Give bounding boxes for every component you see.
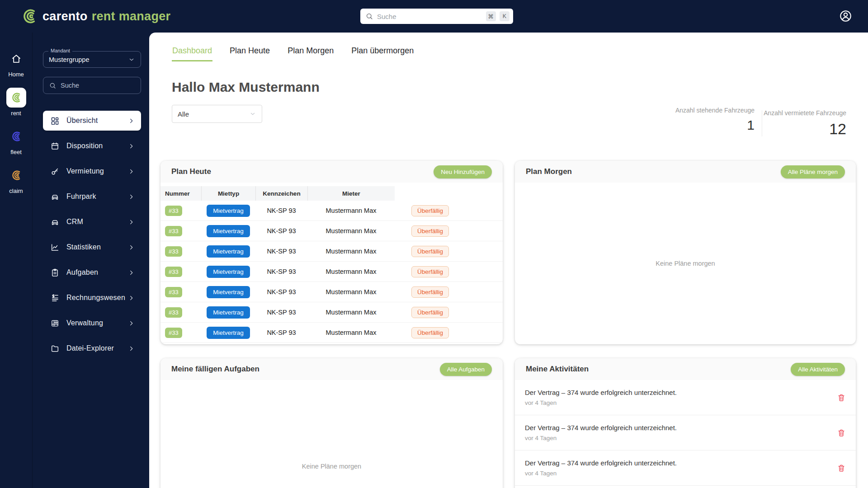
chevron-right-icon bbox=[128, 244, 135, 251]
table-body: #33 Mietvertrag NK-SP 93 Mustermann Max … bbox=[160, 201, 503, 343]
status-badge: Überfällig bbox=[411, 327, 449, 338]
card-title: Meine Aktivitäten bbox=[526, 365, 589, 374]
stat-value: 12 bbox=[764, 120, 846, 138]
account-button[interactable] bbox=[839, 9, 852, 23]
tab-plan-morgen[interactable]: Plan Morgen bbox=[287, 46, 334, 61]
kbd-command-badge: ⌘ bbox=[486, 11, 496, 21]
tab-dashboard[interactable]: Dashboard bbox=[172, 46, 212, 61]
row-number-chip: #33 bbox=[165, 287, 182, 297]
activities-list: Der Vertrag – 374 wurde erfolgreich unte… bbox=[515, 380, 856, 486]
table-row[interactable]: #33 Mietvertrag NK-SP 93 Mustermann Max … bbox=[160, 282, 503, 302]
kennzeichen-value: NK-SP 93 bbox=[267, 288, 296, 296]
tab-plan-übermorgen[interactable]: Plan übermorgen bbox=[351, 46, 414, 61]
alle-plaene-morgen-button[interactable]: Alle Pläne morgen bbox=[781, 165, 845, 178]
rail-item-fleet[interactable]: fleet bbox=[6, 127, 26, 155]
table-row[interactable]: #33 Mietvertrag NK-SP 93 Mustermann Max … bbox=[160, 241, 503, 262]
rail-item-home[interactable]: Home bbox=[6, 49, 26, 78]
mandant-label: Mandant bbox=[48, 48, 72, 53]
menu-item-label: Statistiken bbox=[66, 243, 128, 251]
search-icon bbox=[49, 82, 57, 89]
status-badge: Überfällig bbox=[411, 307, 449, 318]
kennzeichen-value: NK-SP 93 bbox=[267, 227, 296, 235]
status-badge: Überfällig bbox=[411, 286, 449, 298]
status-badge: Überfällig bbox=[411, 225, 449, 237]
chevron-right-icon bbox=[128, 320, 135, 327]
activity-item: Der Vertrag – 374 wurde erfolgreich unte… bbox=[515, 450, 856, 486]
sidebar-search-input[interactable] bbox=[61, 82, 135, 89]
sidebar-item-verwaltung[interactable]: Verwaltung bbox=[43, 313, 141, 333]
menu-item-icon bbox=[50, 167, 60, 176]
row-number-chip: #33 bbox=[165, 267, 182, 277]
alle-aufgaben-button[interactable]: Alle Aufgaben bbox=[440, 363, 492, 376]
global-search-input[interactable] bbox=[377, 13, 482, 20]
app-logo[interactable]: carentorent manager bbox=[21, 8, 170, 25]
table-row[interactable]: #33 Mietvertrag NK-SP 93 Mustermann Max … bbox=[160, 323, 503, 343]
chevron-right-icon bbox=[128, 117, 135, 124]
kennzeichen-value: NK-SP 93 bbox=[267, 309, 296, 316]
aktivitaeten-card: Meine Aktivitäten Alle Aktivitäten Der V… bbox=[515, 358, 856, 488]
menu-item-label: CRM bbox=[66, 218, 128, 226]
mieter-value: Mustermann Max bbox=[326, 227, 376, 235]
delete-activity-button[interactable] bbox=[837, 428, 846, 437]
rail-item-rent[interactable]: rent bbox=[6, 88, 26, 117]
rail-item-label: Home bbox=[8, 71, 24, 78]
col-header-mieter: Mieter bbox=[307, 186, 395, 201]
logo-product: rent manager bbox=[92, 9, 171, 23]
global-search[interactable]: ⌘ K bbox=[360, 9, 513, 24]
rail-item-label: fleet bbox=[10, 149, 22, 155]
sidebar-item-vermietung[interactable]: Vermietung bbox=[43, 161, 141, 181]
chevron-right-icon bbox=[128, 295, 135, 301]
row-number-chip: #33 bbox=[165, 226, 182, 236]
carento-c-icon bbox=[21, 8, 38, 25]
mandant-select[interactable]: Mandant Mustergruppe bbox=[43, 51, 141, 68]
table-row[interactable]: #33 Mietvertrag NK-SP 93 Mustermann Max … bbox=[160, 221, 503, 241]
table-header-row: Nummer Miettyp Kennzeichen Mieter bbox=[160, 186, 503, 201]
activity-item: Der Vertrag – 374 wurde erfolgreich unte… bbox=[515, 380, 856, 415]
sidebar-item-rechnungswesen[interactable]: Rechnungswesen bbox=[43, 288, 141, 308]
plan-heute-card: Plan Heute Neu Hinzufügen Nummer Miettyp… bbox=[160, 161, 503, 344]
menu-item-icon bbox=[50, 243, 60, 252]
plan-heute-table: Nummer Miettyp Kennzeichen Mieter #33 Mi… bbox=[160, 186, 503, 343]
delete-activity-button[interactable] bbox=[837, 393, 846, 402]
logo-brand: carento bbox=[42, 9, 88, 23]
chevron-right-icon bbox=[128, 219, 135, 225]
delete-activity-button[interactable] bbox=[837, 464, 846, 473]
filter-select[interactable]: Alle bbox=[172, 105, 262, 123]
sidebar-search[interactable] bbox=[43, 77, 141, 94]
kennzeichen-value: NK-SP 93 bbox=[267, 248, 296, 255]
chevron-right-icon bbox=[128, 168, 135, 175]
rail-app-icon bbox=[10, 131, 22, 142]
table-row[interactable]: #33 Mietvertrag NK-SP 93 Mustermann Max … bbox=[160, 201, 503, 221]
chevron-down-icon bbox=[128, 56, 135, 63]
stat-stehende-fahrzeuge: Anzahl stehende Fahrzeuge 1 bbox=[675, 107, 755, 133]
sidebar-item-crm[interactable]: CRM bbox=[43, 212, 141, 232]
rail-item-claim[interactable]: claim bbox=[6, 165, 26, 194]
table-row[interactable]: #33 Mietvertrag NK-SP 93 Mustermann Max … bbox=[160, 302, 503, 323]
sidebar-item-datei-explorer[interactable]: Datei-Explorer bbox=[43, 338, 141, 358]
main-content: DashboardPlan HeutePlan MorgenPlan überm… bbox=[149, 33, 868, 488]
sidebar-item-statistiken[interactable]: Statistiken bbox=[43, 237, 141, 257]
sidebar-item-fuhrpark[interactable]: Fuhrpark bbox=[43, 187, 141, 206]
sidebar-item-disposition[interactable]: Disposition bbox=[43, 136, 141, 156]
menu-item-label: Verwaltung bbox=[66, 319, 128, 327]
chevron-right-icon bbox=[128, 345, 135, 352]
chevron-right-icon bbox=[128, 269, 135, 276]
col-header-miettyp: Miettyp bbox=[201, 186, 255, 201]
activity-timestamp: vor 4 Tagen bbox=[525, 435, 837, 441]
tab-plan-heute[interactable]: Plan Heute bbox=[229, 46, 270, 61]
menu-item-label: Aufgaben bbox=[66, 268, 128, 277]
stat-label: Anzahl vermietete Fahrzeuge bbox=[764, 109, 846, 117]
kennzeichen-value: NK-SP 93 bbox=[267, 207, 296, 214]
neu-hinzufuegen-button[interactable]: Neu Hinzufügen bbox=[434, 165, 492, 178]
miettyp-chip: Mietvertrag bbox=[207, 205, 250, 217]
logo-text: carentorent manager bbox=[42, 9, 170, 23]
sidebar-menu: Übersicht Disposition Vermietung Fuhrpar… bbox=[43, 111, 141, 358]
row-number-chip: #33 bbox=[165, 246, 182, 257]
card-title: Meine fälligen Aufgaben bbox=[171, 365, 259, 374]
table-row[interactable]: #33 Mietvertrag NK-SP 93 Mustermann Max … bbox=[160, 262, 503, 282]
sidebar-item-übersicht[interactable]: Übersicht bbox=[43, 111, 141, 131]
trash-icon bbox=[837, 464, 846, 473]
alle-aktivitaeten-button[interactable]: Alle Aktivitäten bbox=[791, 363, 845, 376]
menu-item-icon bbox=[50, 268, 60, 277]
sidebar-item-aufgaben[interactable]: Aufgaben bbox=[43, 263, 141, 282]
